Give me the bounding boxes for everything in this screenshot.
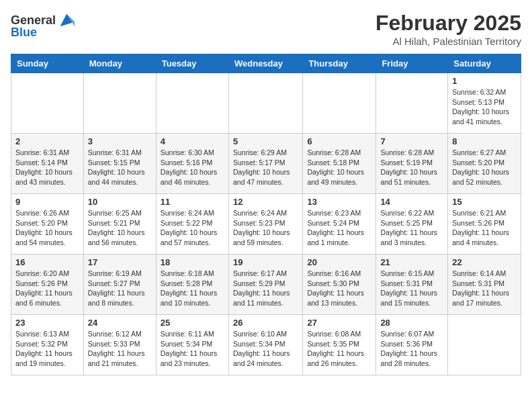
- calendar-cell: 14Sunrise: 6:22 AM Sunset: 5:25 PM Dayli…: [376, 194, 448, 255]
- day-number: 21: [380, 257, 443, 267]
- day-number: 10: [88, 197, 152, 207]
- calendar-week-row: 1Sunrise: 6:32 AM Sunset: 5:13 PM Daylig…: [11, 73, 521, 134]
- day-number: 17: [88, 257, 152, 267]
- day-number: 24: [88, 318, 152, 328]
- calendar-cell: 12Sunrise: 6:24 AM Sunset: 5:23 PM Dayli…: [228, 194, 302, 255]
- calendar-cell: 26Sunrise: 6:10 AM Sunset: 5:34 PM Dayli…: [228, 315, 302, 375]
- calendar-cell: 7Sunrise: 6:28 AM Sunset: 5:19 PM Daylig…: [376, 134, 448, 194]
- calendar-cell: [11, 73, 84, 134]
- day-info: Sunrise: 6:16 AM Sunset: 5:30 PM Dayligh…: [307, 269, 371, 308]
- weekday-header-sunday: Sunday: [11, 54, 84, 73]
- calendar-cell: 20Sunrise: 6:16 AM Sunset: 5:30 PM Dayli…: [303, 255, 376, 315]
- weekday-header-thursday: Thursday: [303, 54, 376, 73]
- day-number: 22: [452, 257, 517, 267]
- calendar-cell: 6Sunrise: 6:28 AM Sunset: 5:18 PM Daylig…: [303, 134, 376, 194]
- day-number: 4: [161, 136, 224, 146]
- day-number: 18: [161, 257, 224, 267]
- day-info: Sunrise: 6:25 AM Sunset: 5:21 PM Dayligh…: [88, 208, 152, 248]
- day-number: 16: [15, 257, 79, 267]
- logo-icon: [57, 11, 76, 30]
- day-number: 11: [161, 197, 224, 207]
- day-number: 23: [15, 318, 79, 328]
- calendar-week-row: 23Sunrise: 6:13 AM Sunset: 5:32 PM Dayli…: [11, 315, 521, 375]
- calendar-cell: 24Sunrise: 6:12 AM Sunset: 5:33 PM Dayli…: [83, 315, 156, 375]
- day-info: Sunrise: 6:26 AM Sunset: 5:20 PM Dayligh…: [15, 208, 79, 248]
- calendar-cell: [376, 73, 448, 134]
- calendar-cell: 15Sunrise: 6:21 AM Sunset: 5:26 PM Dayli…: [448, 194, 521, 255]
- day-info: Sunrise: 6:10 AM Sunset: 5:34 PM Dayligh…: [233, 329, 298, 369]
- day-info: Sunrise: 6:29 AM Sunset: 5:17 PM Dayligh…: [233, 148, 298, 187]
- day-number: 1: [452, 76, 517, 86]
- calendar-cell: 21Sunrise: 6:15 AM Sunset: 5:31 PM Dayli…: [376, 255, 448, 315]
- calendar-cell: 3Sunrise: 6:31 AM Sunset: 5:15 PM Daylig…: [83, 134, 156, 194]
- calendar-cell: 16Sunrise: 6:20 AM Sunset: 5:26 PM Dayli…: [11, 255, 84, 315]
- calendar-cell: 11Sunrise: 6:24 AM Sunset: 5:22 PM Dayli…: [156, 194, 228, 255]
- weekday-header-monday: Monday: [83, 54, 156, 73]
- day-info: Sunrise: 6:17 AM Sunset: 5:29 PM Dayligh…: [233, 269, 298, 308]
- day-info: Sunrise: 6:32 AM Sunset: 5:13 PM Dayligh…: [452, 87, 517, 127]
- location-title: Al Hilah, Palestinian Territory: [375, 36, 521, 47]
- day-info: Sunrise: 6:14 AM Sunset: 5:31 PM Dayligh…: [452, 269, 517, 308]
- day-number: 15: [452, 197, 517, 207]
- calendar-week-row: 9Sunrise: 6:26 AM Sunset: 5:20 PM Daylig…: [11, 194, 521, 255]
- day-info: Sunrise: 6:20 AM Sunset: 5:26 PM Dayligh…: [15, 269, 79, 308]
- day-info: Sunrise: 6:15 AM Sunset: 5:31 PM Dayligh…: [380, 269, 443, 308]
- day-number: 25: [161, 318, 224, 328]
- day-info: Sunrise: 6:28 AM Sunset: 5:19 PM Dayligh…: [380, 148, 443, 187]
- calendar-cell: [83, 73, 156, 134]
- calendar-cell: [228, 73, 302, 134]
- day-info: Sunrise: 6:13 AM Sunset: 5:32 PM Dayligh…: [15, 329, 79, 369]
- calendar-week-row: 16Sunrise: 6:20 AM Sunset: 5:26 PM Dayli…: [11, 255, 521, 315]
- day-number: 6: [307, 136, 371, 146]
- day-number: 20: [307, 257, 371, 267]
- day-number: 8: [452, 136, 517, 146]
- calendar-cell: 5Sunrise: 6:29 AM Sunset: 5:17 PM Daylig…: [228, 134, 302, 194]
- day-info: Sunrise: 6:18 AM Sunset: 5:28 PM Dayligh…: [161, 269, 224, 308]
- day-number: 26: [233, 318, 298, 328]
- calendar-cell: 10Sunrise: 6:25 AM Sunset: 5:21 PM Dayli…: [83, 194, 156, 255]
- calendar-cell: 4Sunrise: 6:30 AM Sunset: 5:16 PM Daylig…: [156, 134, 228, 194]
- weekday-header-saturday: Saturday: [448, 54, 521, 73]
- day-info: Sunrise: 6:12 AM Sunset: 5:33 PM Dayligh…: [88, 329, 152, 369]
- day-info: Sunrise: 6:24 AM Sunset: 5:23 PM Dayligh…: [233, 208, 298, 248]
- calendar-cell: 8Sunrise: 6:27 AM Sunset: 5:20 PM Daylig…: [448, 134, 521, 194]
- calendar-cell: 19Sunrise: 6:17 AM Sunset: 5:29 PM Dayli…: [228, 255, 302, 315]
- logo: General Blue: [11, 11, 76, 40]
- calendar-cell: 27Sunrise: 6:08 AM Sunset: 5:35 PM Dayli…: [303, 315, 376, 375]
- day-number: 3: [88, 136, 152, 146]
- calendar-cell: 17Sunrise: 6:19 AM Sunset: 5:27 PM Dayli…: [83, 255, 156, 315]
- calendar-cell: 25Sunrise: 6:11 AM Sunset: 5:34 PM Dayli…: [156, 315, 228, 375]
- calendar-cell: 18Sunrise: 6:18 AM Sunset: 5:28 PM Dayli…: [156, 255, 228, 315]
- month-title: February 2025: [375, 11, 521, 36]
- day-info: Sunrise: 6:07 AM Sunset: 5:36 PM Dayligh…: [380, 329, 443, 369]
- day-number: 19: [233, 257, 298, 267]
- day-info: Sunrise: 6:27 AM Sunset: 5:20 PM Dayligh…: [452, 148, 517, 187]
- day-number: 14: [380, 197, 443, 207]
- calendar-cell: 2Sunrise: 6:31 AM Sunset: 5:14 PM Daylig…: [11, 134, 84, 194]
- calendar-cell: 28Sunrise: 6:07 AM Sunset: 5:36 PM Dayli…: [376, 315, 448, 375]
- calendar-cell: [156, 73, 228, 134]
- calendar-cell: 1Sunrise: 6:32 AM Sunset: 5:13 PM Daylig…: [448, 73, 521, 134]
- day-info: Sunrise: 6:28 AM Sunset: 5:18 PM Dayligh…: [307, 148, 371, 187]
- day-number: 2: [15, 136, 79, 146]
- day-info: Sunrise: 6:11 AM Sunset: 5:34 PM Dayligh…: [161, 329, 224, 369]
- day-info: Sunrise: 6:31 AM Sunset: 5:15 PM Dayligh…: [88, 148, 152, 187]
- day-info: Sunrise: 6:31 AM Sunset: 5:14 PM Dayligh…: [15, 148, 79, 187]
- day-info: Sunrise: 6:08 AM Sunset: 5:35 PM Dayligh…: [307, 329, 371, 369]
- calendar-cell: 13Sunrise: 6:23 AM Sunset: 5:24 PM Dayli…: [303, 194, 376, 255]
- day-info: Sunrise: 6:30 AM Sunset: 5:16 PM Dayligh…: [161, 148, 224, 187]
- title-area: February 2025 Al Hilah, Palestinian Terr…: [375, 11, 521, 47]
- calendar-cell: [448, 315, 521, 375]
- day-info: Sunrise: 6:22 AM Sunset: 5:25 PM Dayligh…: [380, 208, 443, 248]
- logo-blue-text: Blue: [11, 26, 37, 40]
- day-info: Sunrise: 6:23 AM Sunset: 5:24 PM Dayligh…: [307, 208, 371, 248]
- day-number: 7: [380, 136, 443, 146]
- weekday-header-friday: Friday: [376, 54, 448, 73]
- weekday-header-wednesday: Wednesday: [228, 54, 302, 73]
- day-info: Sunrise: 6:24 AM Sunset: 5:22 PM Dayligh…: [161, 208, 224, 248]
- weekday-header-tuesday: Tuesday: [156, 54, 228, 73]
- calendar-week-row: 2Sunrise: 6:31 AM Sunset: 5:14 PM Daylig…: [11, 134, 521, 194]
- day-number: 28: [380, 318, 443, 328]
- calendar-cell: [303, 73, 376, 134]
- day-number: 12: [233, 197, 298, 207]
